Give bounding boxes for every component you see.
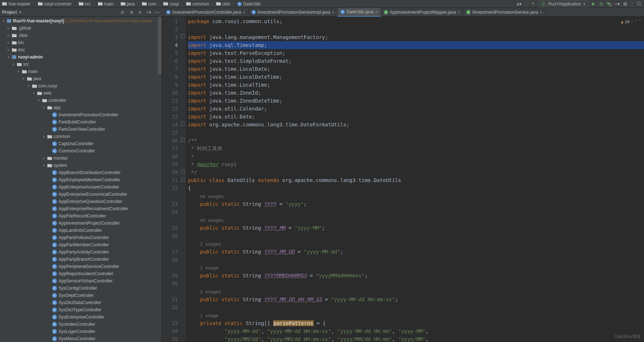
line-number[interactable]: 8: [162, 73, 178, 81]
tree-row[interactable]: CAppEnterpriseEconomicalController: [0, 191, 162, 198]
tree-row[interactable]: CAppPartyActivityController: [0, 248, 162, 256]
tree-row[interactable]: CAppPeripheralServiceController: [0, 263, 162, 270]
code-line[interactable]: 2 usages: [188, 240, 644, 248]
tree-row[interactable]: ▸doc: [0, 46, 162, 53]
code-line[interactable]: public static String YYYY_MM_DD_HH_MM_SS…: [188, 295, 644, 303]
expand-icon[interactable]: ▾: [27, 84, 30, 88]
tree-row[interactable]: CAppBranchDistributionController: [0, 169, 162, 176]
fold-toggle[interactable]: −: [181, 169, 185, 174]
code-line[interactable]: [188, 25, 644, 33]
profile-icon[interactable]: ▾: [615, 1, 620, 7]
code-line[interactable]: */: [188, 168, 644, 176]
code-line[interactable]: import java.util.Date;: [188, 113, 644, 121]
line-number[interactable]: 17: [162, 144, 178, 152]
line-number[interactable]: 21: [162, 176, 178, 184]
line-number[interactable]: 34: [162, 327, 178, 335]
breadcrumb-item[interactable]: Vue-master: [2, 1, 31, 7]
tree-row[interactable]: CInvestmentPromotionController: [0, 111, 162, 118]
run-config-selector[interactable]: RuoYiApplication ▾: [538, 1, 588, 7]
close-icon[interactable]: ×: [332, 10, 334, 14]
line-number[interactable]: 15: [162, 129, 178, 137]
tree-row[interactable]: CAppPartMemberController: [0, 241, 162, 248]
tree-row[interactable]: CAppInvestmentProjectController: [0, 220, 162, 227]
expand-icon[interactable]: ▾: [22, 77, 25, 81]
line-number[interactable]: 31: [162, 295, 178, 303]
code-line[interactable]: public static String YYYYMMDDHHMMSS = "y…: [188, 272, 644, 280]
tree-row[interactable]: CAppReportIncidentController: [0, 270, 162, 277]
code-line[interactable]: import java.sql.Timestamp;: [188, 41, 644, 49]
close-icon[interactable]: ×: [458, 10, 460, 14]
tree-row[interactable]: CAppEnterpriseRecruitmentController: [0, 205, 162, 212]
close-icon[interactable]: ×: [243, 10, 245, 14]
line-number[interactable]: [162, 311, 178, 319]
code-line[interactable]: public static String YYYY_MM = "yyyy-MM"…: [188, 224, 644, 232]
line-number[interactable]: 27: [162, 248, 178, 256]
line-number[interactable]: 29: [162, 272, 178, 280]
breadcrumb-item[interactable]: CDateUtils: [237, 1, 261, 7]
line-number[interactable]: 4: [162, 41, 178, 49]
fold-toggle[interactable]: −: [181, 122, 185, 126]
tree-row[interactable]: ▾app: [0, 104, 162, 111]
user-icon[interactable]: ▾: [516, 1, 521, 7]
tree-row[interactable]: CAppLandInfoController: [0, 227, 162, 234]
code-editor[interactable]: 1234567891011121314151617181920212223242…: [162, 17, 644, 342]
editor-tab[interactable]: CInvestmentPromotionController.java×: [163, 8, 249, 17]
fold-toggle[interactable]: −: [181, 34, 185, 39]
code-line[interactable]: "yyyy/MM/dd", "yyyy/MM/dd HH:mm:ss", "yy…: [188, 335, 644, 342]
tree-row[interactable]: ▸.idea: [0, 32, 162, 39]
search-icon[interactable]: [637, 1, 642, 7]
code-line[interactable]: [188, 303, 644, 311]
code-line[interactable]: import java.lang.management.ManagementFa…: [188, 33, 644, 41]
tree-row[interactable]: CSysEnterpriseController: [0, 313, 162, 321]
tree-row[interactable]: ▾main: [0, 68, 162, 75]
tree-row[interactable]: ▸monitor: [0, 155, 162, 162]
code-line[interactable]: private static String[] parsePatterns = …: [188, 319, 644, 327]
code-line[interactable]: public static String YYYY_MM_DD = "yyyy-…: [188, 248, 644, 256]
line-number[interactable]: 30: [162, 280, 178, 287]
line-number[interactable]: 7: [162, 65, 178, 73]
expand-icon[interactable]: ▾: [42, 106, 46, 109]
line-number[interactable]: 2: [162, 25, 178, 33]
code-line[interactable]: import org.apache.commons.lang3.time.Dat…: [188, 121, 644, 129]
code-line[interactable]: import java.util.Calendar;: [188, 105, 644, 113]
line-number[interactable]: 12: [162, 105, 178, 113]
tree-row[interactable]: ▾system: [0, 162, 162, 169]
tree-row[interactable]: CSysDictDataController: [0, 299, 162, 306]
line-number[interactable]: 32: [162, 303, 178, 311]
tree-row[interactable]: ▾ruoyi-admin: [0, 53, 162, 61]
code-line[interactable]: import java.text.SimpleDateFormat;: [188, 57, 644, 65]
line-number[interactable]: [162, 287, 178, 295]
expand-icon[interactable]: ▾: [1, 19, 5, 23]
line-number[interactable]: [162, 240, 178, 248]
expand-icon[interactable]: ⇲: [129, 10, 134, 15]
collapse-icon[interactable]: ▸: [7, 41, 10, 44]
fold-toggle[interactable]: −: [181, 138, 185, 142]
tree-row[interactable]: CSysLoginController: [0, 328, 162, 335]
tree-row[interactable]: ▾RuoYi-Vue-master [ruoyi] E:\JAVA\RuoYi-…: [0, 17, 162, 25]
code-line[interactable]: import java.time.ZoneId;: [188, 89, 644, 97]
line-number[interactable]: 11: [162, 97, 178, 105]
tree-row[interactable]: CAppEnterpriseQuestionController: [0, 198, 162, 205]
line-number[interactable]: 18: [162, 152, 178, 160]
code-content[interactable]: ▲20 ✓ ˆˇ package com.ruoyi.common.utils;…: [186, 17, 644, 342]
tree-row[interactable]: CSysMenuController: [0, 335, 162, 342]
line-number[interactable]: 28: [162, 256, 178, 264]
code-line[interactable]: * 时间工具类: [188, 144, 644, 152]
expand-icon[interactable]: ▾: [32, 91, 35, 95]
line-number[interactable]: 16: [162, 137, 178, 144]
editor-tab[interactable]: CInvestmentPromotionServiceImpl.java×: [249, 8, 338, 17]
editor-tab[interactable]: CDateUtils.java×: [338, 8, 381, 17]
tree-row[interactable]: ▾com.ruoyi: [0, 82, 162, 90]
code-line[interactable]: import java.text.ParseException;: [188, 49, 644, 57]
expand-icon[interactable]: ▾: [7, 55, 10, 59]
line-number[interactable]: [162, 192, 178, 200]
expand-icon[interactable]: ▾: [42, 135, 46, 138]
code-line[interactable]: [188, 208, 644, 216]
code-line[interactable]: "yyyy-MM-dd", "yyyy-MM-dd HH:mm:ss", "yy…: [188, 327, 644, 335]
breadcrumb-item[interactable]: src: [79, 1, 91, 7]
run-icon[interactable]: [591, 1, 596, 7]
code-line[interactable]: [188, 256, 644, 264]
line-number[interactable]: 6: [162, 57, 178, 65]
settings-icon[interactable]: ▾: [146, 10, 151, 15]
line-number[interactable]: 1: [162, 17, 178, 25]
